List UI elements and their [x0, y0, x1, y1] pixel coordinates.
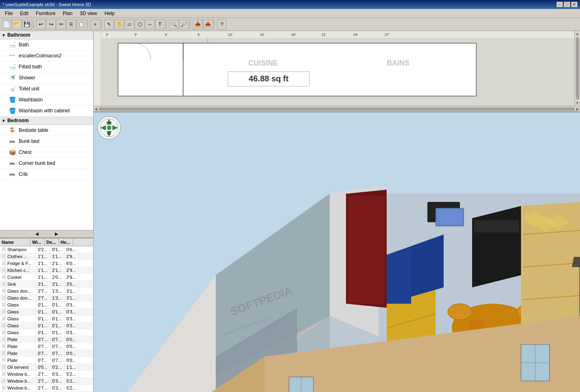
cell-depth: 1'3... — [50, 295, 65, 301]
scroll-right-icon[interactable]: ▶ — [55, 232, 58, 236]
horizontal-scrollbar[interactable]: ◀ ▶ — [94, 106, 580, 112]
toolbar-btn-help[interactable]: ? — [217, 20, 227, 29]
furniture-item[interactable]: 🛁Fitted bath — [0, 61, 93, 72]
toolbar-btn-zoom-out[interactable]: 🔎 — [179, 20, 189, 29]
view3d-area[interactable]: SOFTPEDIA www.softpedia.com new — [94, 112, 580, 392]
furniture-item[interactable]: 🪑Bedside table — [0, 125, 93, 136]
furniture-panel[interactable]: ▼Bathroom🛁Bath〰escalierColimacon2🛁Fitted… — [0, 31, 93, 230]
table-row[interactable]: ⬜ Kitchen c... 1'1... 2'1... 2'9... — [0, 267, 93, 274]
table-row[interactable]: ⬜ Glass doo... 2'7... 1'3... 3'1... — [0, 295, 93, 302]
toolbar-btn-zoom-in[interactable]: 🔍 — [169, 20, 179, 29]
furniture-item[interactable]: 🛏Bunk bed — [0, 136, 93, 147]
floorplan-area[interactable]: 0' 3' 6' 9' 12' 15' 18' 21' 24' 27' 5' — [94, 31, 580, 112]
furniture-item[interactable]: 🚿Shower — [0, 72, 93, 83]
table-row[interactable]: ⬜ Window b... 2'7... 0'3... 5'2... — [0, 378, 93, 385]
menu-item-help[interactable]: Help — [101, 10, 118, 17]
furniture-icon: 🛁 — [8, 41, 16, 49]
cell-name: Plate — [6, 350, 36, 357]
menu-item-plan[interactable]: Plan — [59, 10, 76, 17]
table-row[interactable]: ⬜ Glass 0'1... 0'1... 0'3... — [0, 309, 93, 315]
hscroll-right-icon[interactable]: ▶ — [576, 107, 580, 111]
cell-name: Clothes ... — [6, 253, 36, 260]
furniture-item[interactable]: 〰escalierColimacon2 — [0, 50, 93, 61]
table-row[interactable]: ⬜ Oil servers 0'5... 0'2... 1'1... — [0, 364, 93, 371]
menu-item-file[interactable]: File — [2, 10, 16, 17]
toolbar-btn-save[interactable]: 💾 — [22, 20, 32, 29]
toolbar-btn-open[interactable]: 📂 — [12, 20, 22, 29]
scroll-left-icon[interactable]: ◀ — [35, 232, 39, 236]
vscroll-down-icon[interactable]: ▼ — [576, 100, 579, 106]
table-row[interactable]: ⬜ Window b... 2'7... 0'3... 5'2... — [0, 371, 93, 378]
menu-item-furniture[interactable]: Furniture — [33, 10, 59, 17]
close-button[interactable]: ✕ — [571, 2, 578, 7]
toolbar-btn-draw-dimension[interactable]: ↔ — [145, 20, 155, 29]
toolbar-btn-new[interactable]: 📄 — [2, 20, 11, 29]
table-row[interactable]: ⬜ Cooker 1'1... 2'0... 2'9... — [0, 274, 93, 281]
furniture-item[interactable]: 🛏Corner bunk bed — [0, 158, 93, 169]
menu-item-3d view[interactable]: 3D view — [77, 10, 101, 17]
table-row[interactable]: ⬜ Window b... 2'7... 0'3... 5'2... — [0, 385, 93, 392]
cell-icon: ⬜ — [0, 322, 6, 329]
table-row[interactable]: ⬜ Glass 0'1... 0'1... 0'3... — [0, 302, 93, 309]
furniture-item[interactable]: 🪣Washbasin with cabinet — [0, 105, 93, 116]
hscroll-left-icon[interactable]: ◀ — [94, 107, 98, 111]
nav-compass[interactable]: new ber — [97, 116, 121, 140]
cell-height: 5'2... — [65, 371, 79, 377]
table-row[interactable]: ⬜ Glass 0'1... 0'1... 0'3... — [0, 322, 93, 329]
cell-depth: 0'1... — [50, 322, 65, 329]
furniture-icon: 🚽 — [8, 85, 16, 93]
table-row[interactable]: ⬜ Glass doo... 2'7... 1'3... 3'1... — [0, 288, 93, 295]
table-row[interactable]: ⬜ Shampoo 0'2... 0'1... 0'6... — [0, 246, 93, 253]
table-column-name[interactable]: Name — [0, 239, 31, 246]
furniture-label: Bunk bed — [19, 138, 39, 144]
menu-item-edit[interactable]: Edit — [17, 10, 32, 17]
furniture-item[interactable]: 🚽Toilet unit — [0, 83, 93, 94]
cell-name: Glass — [6, 315, 36, 322]
cell-width: 0'7... — [36, 357, 50, 364]
category-bathroom[interactable]: ▼Bathroom — [0, 31, 93, 39]
table-column-he[interactable]: He... — [59, 239, 73, 246]
cell-width: 2'7... — [36, 378, 50, 384]
table-header: NameWi...De...He... — [0, 239, 93, 246]
cell-depth: 0'3... — [50, 385, 65, 391]
toolbar-btn-pan[interactable]: ✋ — [114, 20, 124, 29]
table-row[interactable]: ⬜ Sink 3'1... 2'1... 3'5... — [0, 281, 93, 288]
table-row[interactable]: ⬜ Clothes ... 1'1... 1'1... 2'9... — [0, 253, 93, 260]
toolbar-btn-copy[interactable]: ⎘ — [66, 20, 76, 29]
toolbar-btn-redo[interactable]: ↪ — [46, 20, 56, 29]
table-body[interactable]: ⬜ Shampoo 0'2... 0'1... 0'6... ⬜ Clothes… — [0, 246, 93, 392]
furniture-item[interactable]: 🛁Bath — [0, 39, 93, 50]
toolbar-btn-draw-wall[interactable]: ▱ — [125, 20, 134, 29]
cell-icon: ⬜ — [0, 378, 6, 384]
furniture-icon: 📦 — [8, 148, 16, 156]
table-column-wi[interactable]: Wi... — [31, 239, 45, 246]
toolbar-btn-draw-room[interactable]: ⬡ — [135, 20, 144, 29]
table-row[interactable]: ⬜ Plate 0'7... 0'7... 0'0... — [0, 350, 93, 357]
svg-text:12': 12' — [228, 33, 233, 37]
vscroll-up-icon[interactable]: ▲ — [576, 31, 579, 37]
furniture-item[interactable]: 🛏Crib — [0, 169, 93, 180]
table-row[interactable]: ⬜ Plate 0'7... 0'7... 0'0... — [0, 343, 93, 350]
furniture-item[interactable]: 🪣Washbasin — [0, 94, 93, 105]
table-column-de[interactable]: De... — [45, 239, 59, 246]
table-row[interactable]: ⬜ Plate 0'7... 0'7... 0'0... — [0, 336, 93, 343]
toolbar-btn-cut[interactable]: ✂ — [56, 20, 66, 29]
cell-height: 6'0... — [65, 260, 79, 267]
toolbar-btn-add-furniture[interactable]: + — [90, 20, 100, 29]
vertical-scrollbar[interactable]: ▲ ▼ — [574, 31, 580, 106]
toolbar-btn-select[interactable]: ↖ — [104, 20, 114, 29]
table-row[interactable]: ⬜ Plate 0'7... 0'7... 0'0... — [0, 357, 93, 364]
toolbar-btn-undo[interactable]: ↩ — [36, 20, 46, 29]
toolbar-btn-paste[interactable]: 📋 — [77, 20, 86, 29]
minimize-button[interactable]: ─ — [556, 2, 563, 7]
table-row[interactable]: ⬜ Fridge & F... 1'1... 2'1... 6'0... — [0, 260, 93, 267]
toolbar-btn-draw-text[interactable]: T — [155, 20, 165, 29]
toolbar-btn-import-plan[interactable]: 📥 — [193, 20, 203, 29]
table-row[interactable]: ⬜ Glass 0'1... 0'1... 0'3... — [0, 315, 93, 322]
category-bedroom[interactable]: ▼Bedroom — [0, 116, 93, 125]
table-row[interactable]: ⬜ Glass 0'1... 0'1... 0'3... — [0, 329, 93, 336]
furniture-item[interactable]: 📦Chest — [0, 147, 93, 158]
maximize-button[interactable]: □ — [564, 2, 570, 7]
cell-icon: ⬜ — [0, 281, 6, 287]
toolbar-btn-export-plan[interactable]: 📤 — [203, 20, 213, 29]
